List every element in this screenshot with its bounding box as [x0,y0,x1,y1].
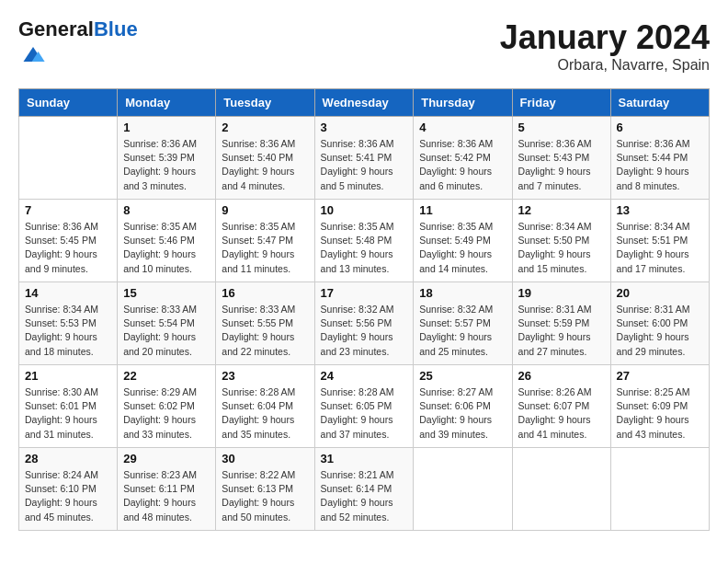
week-row-2: 7Sunrise: 8:36 AMSunset: 5:45 PMDaylight… [19,200,710,282]
day-cell [19,117,118,200]
day-detail: Sunrise: 8:36 AMSunset: 5:41 PMDaylight:… [321,137,408,193]
day-detail: Sunrise: 8:28 AMSunset: 6:04 PMDaylight:… [222,385,308,442]
day-cell: 20Sunrise: 8:31 AMSunset: 6:00 PMDayligh… [610,282,709,365]
day-detail: Sunrise: 8:36 AMSunset: 5:40 PMDaylight:… [222,137,308,193]
day-number: 19 [518,286,605,300]
day-cell: 7Sunrise: 8:36 AMSunset: 5:45 PMDaylight… [19,200,118,282]
day-detail: Sunrise: 8:34 AMSunset: 5:51 PMDaylight:… [617,220,703,276]
day-detail: Sunrise: 8:32 AMSunset: 5:56 PMDaylight:… [321,303,408,359]
day-cell: 1Sunrise: 8:36 AMSunset: 5:39 PMDaylight… [118,117,216,200]
day-detail: Sunrise: 8:31 AMSunset: 5:59 PMDaylight:… [518,303,605,359]
day-number: 1 [123,121,210,134]
day-number: 4 [419,121,506,134]
day-cell: 8Sunrise: 8:35 AMSunset: 5:46 PMDaylight… [118,200,216,282]
day-cell: 27Sunrise: 8:25 AMSunset: 6:09 PMDayligh… [610,365,709,448]
day-cell: 9Sunrise: 8:35 AMSunset: 5:47 PMDaylight… [216,200,314,282]
day-detail: Sunrise: 8:36 AMSunset: 5:39 PMDaylight:… [123,137,210,193]
day-cell: 17Sunrise: 8:32 AMSunset: 5:56 PMDayligh… [314,282,414,365]
location: Orbara, Navarre, Spain [500,57,710,74]
day-detail: Sunrise: 8:25 AMSunset: 6:09 PMDaylight:… [617,385,703,442]
day-detail: Sunrise: 8:34 AMSunset: 5:50 PMDaylight:… [518,220,605,276]
day-cell: 19Sunrise: 8:31 AMSunset: 5:59 PMDayligh… [512,282,610,365]
day-number: 27 [617,369,703,383]
day-detail: Sunrise: 8:35 AMSunset: 5:48 PMDaylight:… [321,220,408,276]
day-number: 22 [123,369,210,383]
day-cell: 26Sunrise: 8:26 AMSunset: 6:07 PMDayligh… [512,365,610,448]
week-row-5: 28Sunrise: 8:24 AMSunset: 6:10 PMDayligh… [19,448,710,531]
day-number: 15 [123,286,210,300]
day-detail: Sunrise: 8:36 AMSunset: 5:43 PMDaylight:… [518,137,605,193]
day-number: 29 [123,452,210,465]
weekday-header-row: SundayMondayTuesdayWednesdayThursdayFrid… [19,89,710,117]
day-cell [512,448,610,531]
day-cell: 6Sunrise: 8:36 AMSunset: 5:44 PMDaylight… [610,117,709,200]
calendar-table: SundayMondayTuesdayWednesdayThursdayFrid… [18,88,710,531]
day-cell: 11Sunrise: 8:35 AMSunset: 5:49 PMDayligh… [414,200,512,282]
day-number: 20 [617,286,703,300]
day-number: 25 [419,369,506,383]
day-number: 31 [321,452,408,465]
day-number: 10 [321,203,408,217]
logo-blue: Blue [94,17,138,40]
day-detail: Sunrise: 8:22 AMSunset: 6:13 PMDaylight:… [222,468,308,524]
day-cell: 5Sunrise: 8:36 AMSunset: 5:43 PMDaylight… [512,117,610,200]
day-detail: Sunrise: 8:33 AMSunset: 5:55 PMDaylight:… [222,303,308,359]
day-detail: Sunrise: 8:29 AMSunset: 6:02 PMDaylight:… [123,385,210,442]
day-number: 26 [518,369,605,383]
day-detail: Sunrise: 8:36 AMSunset: 5:42 PMDaylight:… [419,137,506,193]
day-detail: Sunrise: 8:27 AMSunset: 6:06 PMDaylight:… [419,385,506,442]
day-cell: 12Sunrise: 8:34 AMSunset: 5:50 PMDayligh… [512,200,610,282]
day-number: 28 [25,452,111,465]
day-number: 6 [617,121,703,134]
day-cell [414,448,512,531]
weekday-header-saturday: Saturday [610,89,709,117]
day-cell [610,448,709,531]
day-cell: 24Sunrise: 8:28 AMSunset: 6:05 PMDayligh… [314,365,414,448]
month-title: January 2024 [500,18,710,57]
day-detail: Sunrise: 8:35 AMSunset: 5:46 PMDaylight:… [123,220,210,276]
day-detail: Sunrise: 8:36 AMSunset: 5:44 PMDaylight:… [617,137,703,193]
day-cell: 16Sunrise: 8:33 AMSunset: 5:55 PMDayligh… [216,282,314,365]
day-number: 17 [321,286,408,300]
day-number: 3 [321,121,408,134]
day-detail: Sunrise: 8:26 AMSunset: 6:07 PMDaylight:… [518,385,605,442]
day-number: 16 [222,286,308,300]
weekday-header-thursday: Thursday [414,89,512,117]
day-cell: 2Sunrise: 8:36 AMSunset: 5:40 PMDaylight… [216,117,314,200]
day-detail: Sunrise: 8:31 AMSunset: 6:00 PMDaylight:… [617,303,703,359]
day-cell: 21Sunrise: 8:30 AMSunset: 6:01 PMDayligh… [19,365,118,448]
page-header: GeneralBlue January 2024 Orbara, Navarre… [18,18,710,74]
day-cell: 25Sunrise: 8:27 AMSunset: 6:06 PMDayligh… [414,365,512,448]
day-cell: 3Sunrise: 8:36 AMSunset: 5:41 PMDaylight… [314,117,414,200]
weekday-header-wednesday: Wednesday [314,89,414,117]
day-cell: 31Sunrise: 8:21 AMSunset: 6:14 PMDayligh… [314,448,414,531]
week-row-1: 1Sunrise: 8:36 AMSunset: 5:39 PMDaylight… [19,117,710,200]
day-cell: 18Sunrise: 8:32 AMSunset: 5:57 PMDayligh… [414,282,512,365]
week-row-4: 21Sunrise: 8:30 AMSunset: 6:01 PMDayligh… [19,365,710,448]
weekday-header-sunday: Sunday [19,89,118,117]
weekday-header-friday: Friday [512,89,610,117]
day-detail: Sunrise: 8:21 AMSunset: 6:14 PMDaylight:… [321,468,408,524]
day-number: 24 [321,369,408,383]
logo-general: General [18,17,94,40]
day-number: 12 [518,203,605,217]
logo-icon [20,40,46,66]
day-number: 8 [123,203,210,217]
week-row-3: 14Sunrise: 8:34 AMSunset: 5:53 PMDayligh… [19,282,710,365]
day-number: 14 [25,286,111,300]
day-number: 7 [25,203,111,217]
day-cell: 14Sunrise: 8:34 AMSunset: 5:53 PMDayligh… [19,282,118,365]
day-number: 23 [222,369,308,383]
day-detail: Sunrise: 8:36 AMSunset: 5:45 PMDaylight:… [25,220,111,276]
day-number: 13 [617,203,703,217]
day-detail: Sunrise: 8:32 AMSunset: 5:57 PMDaylight:… [419,303,506,359]
day-number: 5 [518,121,605,134]
day-detail: Sunrise: 8:23 AMSunset: 6:11 PMDaylight:… [123,468,210,524]
day-detail: Sunrise: 8:30 AMSunset: 6:01 PMDaylight:… [25,385,111,442]
day-cell: 15Sunrise: 8:33 AMSunset: 5:54 PMDayligh… [118,282,216,365]
day-cell: 22Sunrise: 8:29 AMSunset: 6:02 PMDayligh… [118,365,216,448]
day-cell: 10Sunrise: 8:35 AMSunset: 5:48 PMDayligh… [314,200,414,282]
day-number: 11 [419,203,506,217]
day-detail: Sunrise: 8:35 AMSunset: 5:47 PMDaylight:… [222,220,308,276]
weekday-header-monday: Monday [118,89,216,117]
